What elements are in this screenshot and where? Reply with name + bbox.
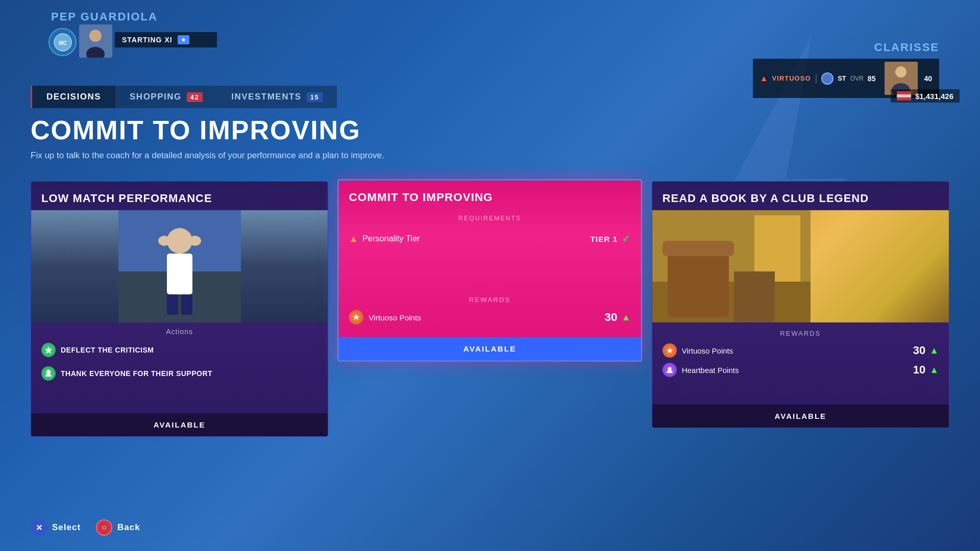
center-spacer	[339, 258, 642, 289]
position-st: ST	[838, 74, 846, 82]
action-item-1[interactable]: DEFLECT THE CRITICISM	[41, 341, 317, 359]
svg-rect-11	[167, 254, 192, 294]
tab-investments[interactable]: INVESTMENTS 15	[217, 86, 337, 108]
requirement-row-1: ▲ Personality Tier TIER 1 ✓	[349, 230, 631, 248]
right-reward-icon-2	[663, 363, 677, 377]
card-center[interactable]: COMMIT TO IMPROVING REQUIREMENTS ▲ Perso…	[337, 179, 642, 361]
room-image	[652, 210, 949, 322]
ovr-label: OVR	[850, 75, 864, 82]
action-item-2[interactable]: THANK EVERYONE FOR THEIR SUPPORT	[41, 364, 317, 383]
svg-rect-20	[668, 251, 729, 317]
right-rewards-label: Rewards	[663, 330, 939, 337]
center-reward-row-1: Virtuoso Points 30 ▲	[349, 310, 631, 325]
card-center-header: COMMIT TO IMPROVING	[339, 181, 642, 210]
svg-point-3	[89, 30, 102, 42]
svg-text:MC: MC	[59, 40, 67, 46]
right-up-arrow-2: ▲	[929, 365, 939, 375]
svg-rect-21	[663, 241, 734, 256]
back-button[interactable]: ○ Back	[96, 519, 140, 536]
svg-point-6	[895, 66, 906, 78]
right-reward-name-2: Heartbeat Points	[682, 366, 913, 374]
center-reward-name-1: Virtuoso Points	[369, 313, 605, 322]
svg-rect-22	[734, 271, 775, 322]
card-center-footer: AVAILABLE	[339, 337, 642, 361]
card-left-image	[31, 210, 328, 322]
right-manager-name: CLARISSE	[874, 41, 939, 54]
player-number: 40	[924, 74, 932, 83]
tab-shopping-label: SHOPPING	[130, 92, 182, 102]
card-right-header: READ A BOOK BY A CLUB LEGEND	[652, 182, 949, 210]
tab-shopping[interactable]: SHOPPING 42	[115, 86, 217, 108]
right-reward-value-1: 30	[913, 344, 925, 357]
right-reward-row-2: Heartbeat Points 10 ▲	[663, 363, 939, 377]
card-left[interactable]: LOW MATCH PERFORMANCE	[31, 181, 328, 437]
card-right[interactable]: READ A BOOK BY A CLUB LEGEND	[652, 181, 949, 428]
right-up-arrow-1: ▲	[929, 345, 939, 356]
right-reward-icon-1	[663, 343, 677, 358]
currency-bar: $1,431,426	[891, 89, 960, 103]
svg-rect-13	[181, 294, 192, 315]
currency-value: $1,431,426	[915, 92, 953, 101]
cards-container: LOW MATCH PERFORMANCE	[31, 181, 949, 437]
left-manager-name: PEP GUARDIOLA	[51, 10, 158, 23]
select-label: Select	[52, 522, 81, 533]
req-check: ✓	[622, 233, 631, 245]
action-text-1: DEFLECT THE CRITICISM	[61, 346, 154, 354]
card-right-footer: AVAILABLE	[652, 405, 949, 428]
x-button-circle: ✕	[31, 519, 47, 536]
starting-xi-label: STARTING XI	[122, 36, 173, 44]
tab-investments-badge: 15	[307, 92, 323, 102]
right-reward-value-2: 10	[913, 363, 925, 377]
x-symbol: ✕	[36, 523, 42, 533]
tab-shopping-badge: 42	[187, 92, 203, 102]
actions-section: Actions DEFLECT THE CRITICISM THANK EVER…	[31, 322, 328, 393]
center-rewards-section: Rewards Virtuoso Points 30 ▲	[339, 289, 642, 337]
deflect-icon	[41, 343, 56, 357]
center-rewards-label: Rewards	[349, 296, 631, 304]
requirements-label: REQUIREMENTS	[349, 215, 631, 222]
svg-point-23	[668, 367, 671, 371]
currency-flag	[897, 91, 911, 101]
tab-decisions[interactable]: DECISIONS	[31, 86, 115, 108]
manager-info-bar: STARTING XI ★	[115, 32, 217, 47]
req-icon: ▲	[349, 233, 358, 244]
position-badge	[821, 72, 834, 85]
tab-investments-label: INVESTMENTS	[231, 92, 301, 102]
ovr-value: 85	[868, 74, 876, 83]
page-title: COMMIT TO IMPROVING	[31, 115, 949, 145]
right-reward-name-1: Virtuoso Points	[682, 346, 913, 355]
separator: |	[815, 73, 818, 84]
top-bar: PEP GUARDIOLA MC STARTING XI ★ CLARISSE …	[0, 0, 980, 61]
select-button[interactable]: ✕ Select	[31, 519, 81, 536]
thank-icon	[41, 366, 56, 381]
virtuoso-icon: ▲	[760, 74, 768, 83]
team-badge: MC	[48, 28, 77, 56]
svg-point-16	[46, 370, 51, 374]
bottom-bar: ✕ Select ○ Back	[31, 519, 140, 536]
req-value: TIER 1	[591, 235, 618, 243]
svg-point-10	[167, 228, 192, 254]
star-badge: ★	[178, 35, 189, 44]
actions-label: Actions	[41, 328, 317, 336]
nav-tabs: DECISIONS SHOPPING 42 INVESTMENTS 15	[31, 86, 337, 108]
req-name: Personality Tier	[362, 234, 591, 243]
o-symbol: ○	[102, 523, 107, 532]
card-left-footer: AVAILABLE	[31, 413, 328, 436]
main-content: COMMIT TO IMPROVING Fix up to talk to th…	[31, 115, 949, 437]
action-text-2: THANK EVERYONE FOR THEIR SUPPORT	[61, 369, 212, 378]
right-reward-row-1: Virtuoso Points 30 ▲	[663, 343, 939, 358]
card-left-header: LOW MATCH PERFORMANCE	[31, 182, 328, 210]
center-reward-icon-1	[349, 310, 364, 325]
svg-point-15	[189, 236, 201, 246]
tab-decisions-label: DECISIONS	[46, 92, 101, 102]
o-button-circle: ○	[96, 519, 112, 536]
manager-avatar-left	[79, 24, 112, 58]
right-rewards-section: Rewards Virtuoso Points 30 ▲ Heartbeat P…	[652, 322, 949, 389]
center-up-arrow-1: ▲	[622, 312, 631, 322]
requirements-section: REQUIREMENTS ▲ Personality Tier TIER 1 ✓	[339, 210, 642, 258]
svg-point-14	[158, 236, 170, 246]
center-reward-value-1: 30	[605, 311, 618, 324]
svg-rect-12	[167, 294, 178, 315]
card-right-image	[652, 210, 949, 322]
player-image	[31, 210, 328, 322]
